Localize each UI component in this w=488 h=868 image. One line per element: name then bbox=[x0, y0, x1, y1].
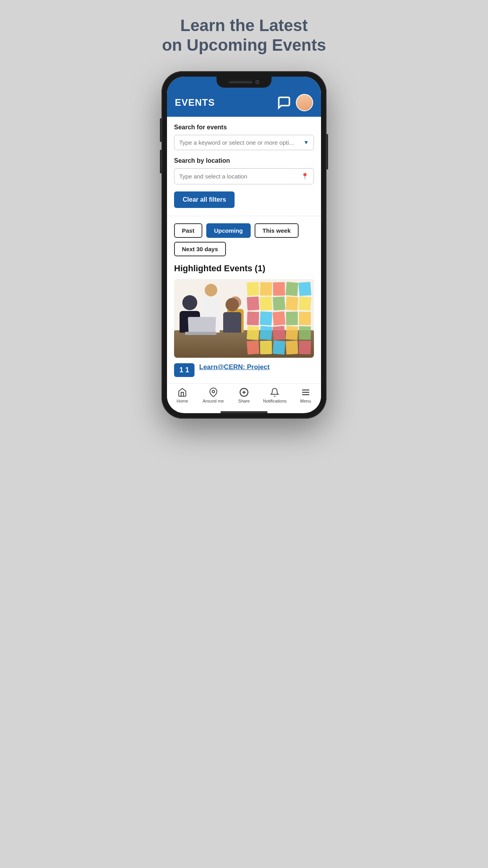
tab-past[interactable]: Past bbox=[174, 223, 202, 238]
avatar-image bbox=[297, 95, 312, 110]
event-date-badge: 1 1 bbox=[174, 363, 194, 377]
sticky-note bbox=[247, 296, 259, 311]
phone-shell: EVENTS Search for events ▼ Search b bbox=[161, 71, 327, 419]
dropdown-arrow-icon: ▼ bbox=[303, 139, 309, 145]
sticky-note bbox=[299, 296, 311, 311]
sticky-note bbox=[299, 326, 311, 340]
sticky-note bbox=[286, 296, 298, 311]
phone-notch bbox=[216, 77, 272, 88]
volume-down-button bbox=[160, 150, 161, 173]
phone-screen: EVENTS Search for events ▼ Search b bbox=[167, 77, 321, 413]
sticky-note bbox=[260, 311, 272, 326]
sticky-note bbox=[286, 341, 298, 355]
filter-tabs: Past Upcoming This week Next 30 days bbox=[174, 223, 314, 256]
sticky-note bbox=[247, 326, 259, 340]
search-location-label: Search by location bbox=[174, 157, 314, 164]
chat-icon[interactable] bbox=[277, 96, 291, 110]
sticky-note bbox=[273, 296, 285, 311]
power-button bbox=[327, 134, 328, 169]
highlighted-events-title: Highlighted Events (1) bbox=[174, 263, 314, 274]
location-pin-icon: 📍 bbox=[301, 173, 309, 180]
sticky-notes-wall bbox=[244, 279, 314, 358]
home-icon bbox=[178, 388, 187, 397]
app-title: EVENTS bbox=[175, 97, 215, 108]
around-me-icon bbox=[209, 388, 218, 397]
nav-menu[interactable]: Menu bbox=[290, 388, 321, 403]
home-label: Home bbox=[177, 399, 188, 403]
sticky-note bbox=[299, 311, 311, 325]
sticky-note bbox=[286, 326, 299, 340]
event-image bbox=[174, 279, 314, 358]
tab-next-30-days[interactable]: Next 30 days bbox=[174, 242, 226, 256]
sticky-note bbox=[286, 282, 299, 296]
header-icons bbox=[277, 94, 313, 111]
sticky-note bbox=[273, 326, 286, 340]
page-headline: Learn the Latest on Upcoming Events bbox=[162, 16, 326, 55]
section-divider bbox=[167, 216, 321, 216]
headline-line2: on Upcoming Events bbox=[162, 36, 326, 54]
sticky-note bbox=[273, 282, 285, 296]
sticky-note bbox=[273, 340, 285, 355]
user-avatar[interactable] bbox=[296, 94, 313, 111]
sticky-note bbox=[260, 341, 272, 355]
sticky-note bbox=[286, 311, 298, 325]
sticky-note bbox=[299, 341, 311, 355]
share-label: Share bbox=[238, 399, 250, 403]
volume-up-button bbox=[160, 118, 161, 142]
sticky-note bbox=[260, 326, 273, 340]
keyword-search-wrap[interactable]: ▼ bbox=[174, 135, 314, 150]
bottom-nav: Home Around me Share bbox=[167, 383, 321, 410]
notifications-icon bbox=[270, 388, 279, 397]
around-me-label: Around me bbox=[203, 399, 224, 403]
event-title-link[interactable]: Learn@CERN: Project bbox=[199, 363, 270, 371]
headline-line1: Learn the Latest bbox=[180, 16, 308, 35]
sticky-note bbox=[273, 311, 286, 326]
nav-share[interactable]: Share bbox=[229, 388, 259, 403]
nav-notifications[interactable]: Notifications bbox=[259, 388, 290, 403]
keyword-search-input[interactable] bbox=[179, 139, 301, 146]
menu-icon bbox=[301, 388, 310, 397]
clear-filters-button[interactable]: Clear all filters bbox=[174, 191, 235, 208]
sticky-note bbox=[247, 340, 259, 355]
search-events-label: Search for events bbox=[174, 124, 314, 131]
menu-label: Menu bbox=[300, 399, 311, 403]
speaker bbox=[229, 81, 252, 83]
nav-home[interactable]: Home bbox=[167, 388, 198, 403]
sticky-note bbox=[299, 282, 311, 296]
location-search-input[interactable] bbox=[179, 173, 301, 180]
location-search-wrap[interactable]: 📍 bbox=[174, 168, 314, 184]
camera bbox=[255, 80, 259, 84]
meeting-background bbox=[174, 279, 314, 358]
sticky-note bbox=[247, 311, 259, 325]
tab-this-week[interactable]: This week bbox=[255, 223, 299, 238]
sticky-note bbox=[247, 282, 259, 296]
share-icon bbox=[239, 388, 249, 397]
event-card: 1 1 Learn@CERN: Project bbox=[174, 363, 314, 383]
app-content: Search for events ▼ Search by location 📍… bbox=[167, 117, 321, 383]
event-day: 1 1 bbox=[177, 366, 191, 375]
sticky-note bbox=[260, 296, 272, 311]
svg-point-0 bbox=[212, 390, 215, 393]
notifications-label: Notifications bbox=[263, 399, 286, 403]
sticky-note bbox=[260, 282, 272, 296]
tab-upcoming[interactable]: Upcoming bbox=[206, 223, 251, 238]
home-bar bbox=[220, 411, 268, 413]
nav-around-me[interactable]: Around me bbox=[198, 388, 228, 403]
